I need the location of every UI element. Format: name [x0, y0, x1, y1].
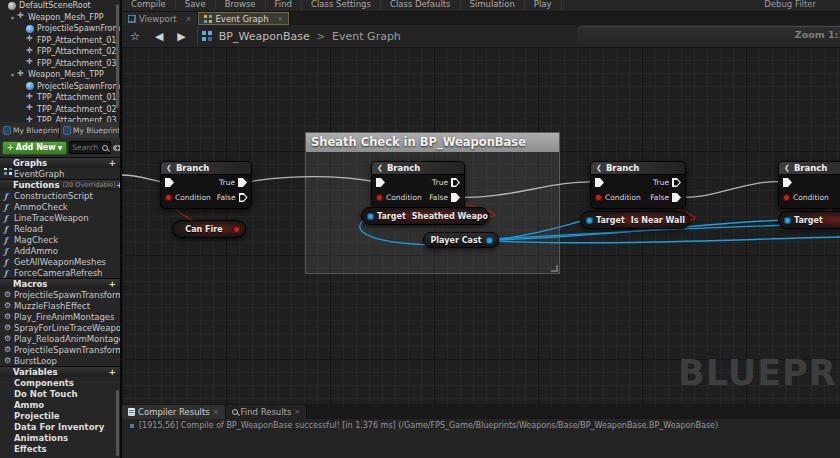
tree-item[interactable]: FPP_Attachment_02: [0, 46, 120, 58]
target-pin[interactable]: [784, 217, 791, 224]
list-item[interactable]: Data For Inventory: [0, 421, 120, 432]
branch-node-1[interactable]: ❮ Branch True Condition False: [160, 161, 252, 209]
list-item[interactable]: Effects: [0, 443, 120, 454]
bool-out-pin[interactable]: [233, 226, 240, 233]
sheathed-weapon-node[interactable]: Target Sheathed Weapon: [361, 207, 489, 225]
list-item[interactable]: MuzzleFlashEffect: [0, 300, 120, 311]
list-item[interactable]: ProjectileSpawnTransform: [0, 289, 120, 300]
target-pin[interactable]: [367, 213, 374, 220]
false-pin[interactable]: [239, 193, 248, 202]
list-item[interactable]: AddAmmo: [0, 245, 120, 256]
list-item[interactable]: LineTraceWeapon: [0, 212, 120, 223]
list-item[interactable]: ConstructionScript: [0, 190, 120, 201]
toolbar-button[interactable]: Play: [525, 0, 562, 10]
exec-in-pin[interactable]: [595, 178, 604, 187]
tree-item[interactable]: ProjectileSpawnFromMuzzleF: [0, 23, 120, 35]
tree-item[interactable]: TPP_Attachment_01: [0, 92, 120, 104]
forward-arrow-icon[interactable]: ▶: [170, 30, 192, 43]
list-item[interactable]: Variables +: [0, 366, 120, 377]
tree-item[interactable]: ProjectileSpawnFromMuzzleT: [0, 81, 120, 93]
add-icon[interactable]: +: [108, 367, 116, 377]
toolbar-button[interactable]: Browse: [216, 0, 266, 10]
branch-node-2[interactable]: ❮ Branch True Condition False: [371, 161, 465, 209]
branch-header[interactable]: ❮ Branch: [779, 162, 840, 175]
breadcrumb-root[interactable]: BP_WeaponBase: [219, 30, 310, 43]
exec-in-pin[interactable]: [376, 178, 385, 187]
condition-pin[interactable]: [165, 194, 172, 201]
list-item[interactable]: AmmoCheck: [0, 201, 120, 212]
toolbar-button[interactable]: Compile: [122, 0, 176, 10]
add-new-button[interactable]: + Add New ▼: [2, 141, 67, 155]
list-item[interactable]: Graphs +: [0, 157, 120, 168]
eye-icon[interactable]: [113, 145, 120, 151]
list-item[interactable]: GetAllWeaponMeshes: [0, 256, 120, 267]
object-out-pin[interactable]: [486, 237, 493, 244]
branch-header[interactable]: ❮ Branch: [591, 162, 685, 175]
favorite-star-icon[interactable]: ☆: [122, 30, 148, 43]
false-pin[interactable]: [672, 193, 681, 202]
is-reloading-node[interactable]: Target Is Relo: [778, 211, 840, 229]
log-row[interactable]: [1915,56] Compile of BP_WeaponBase succe…: [122, 419, 840, 432]
close-icon[interactable]: ×: [186, 15, 192, 23]
list-item[interactable]: SprayForLineTraceWeapon: [0, 322, 120, 333]
tab-my-blueprint-2[interactable]: My Blueprint ×: [60, 122, 120, 138]
is-near-wall-node[interactable]: Target Is Near Wall: [580, 211, 690, 229]
tree-item[interactable]: TPP_Attachment_03: [0, 115, 120, 122]
true-pin[interactable]: [672, 178, 681, 187]
tree-item[interactable]: FPP_Attachment_03: [0, 58, 120, 70]
close-icon[interactable]: ×: [294, 408, 300, 416]
components-scrollbar[interactable]: [116, 4, 119, 108]
target-pin[interactable]: [586, 217, 593, 224]
false-pin[interactable]: [451, 193, 460, 202]
close-icon[interactable]: ×: [278, 15, 284, 23]
my-blueprint-scrollbar[interactable]: [116, 390, 119, 456]
branch-header[interactable]: ❮ Branch: [161, 162, 251, 175]
list-item[interactable]: Projectile: [0, 410, 120, 421]
tree-item[interactable]: DefaultSceneRoot: [0, 0, 120, 12]
list-item[interactable]: Reload: [0, 223, 120, 234]
tree-item[interactable]: FPP_Attachment_01: [0, 35, 120, 47]
list-item[interactable]: Play_ReloadAnimMontages: [0, 333, 120, 344]
branch-node-4[interactable]: ❮ Branch True Condition False: [778, 161, 840, 209]
tab-compiler-results[interactable]: Compiler Results ×: [122, 405, 226, 419]
true-pin[interactable]: [238, 178, 247, 187]
list-item[interactable]: Animations: [0, 432, 120, 443]
list-item[interactable]: MagCheck: [0, 234, 120, 245]
condition-pin[interactable]: [783, 194, 790, 201]
tab-my-blueprint-1[interactable]: My Blueprint ×: [0, 122, 60, 138]
list-item[interactable]: Macros +: [0, 278, 120, 289]
list-item[interactable]: Ammo: [0, 399, 120, 410]
list-item[interactable]: EventGraph: [0, 168, 120, 179]
tab-find-results[interactable]: Find Results ×: [226, 405, 308, 419]
branch-header[interactable]: ❮ Branch: [372, 162, 464, 175]
list-item[interactable]: Functions (20 Overridable) +: [0, 179, 120, 190]
tab-viewport[interactable]: Viewport ×: [122, 12, 198, 25]
tree-item[interactable]: TPP_Attachment_02: [0, 104, 120, 116]
toolbar-button[interactable]: Class Defaults: [381, 0, 461, 10]
true-pin[interactable]: [451, 178, 460, 187]
add-icon[interactable]: +: [108, 158, 116, 168]
tree-item[interactable]: ▾ Weapon_Mesh_FPP: [0, 12, 120, 24]
search-input[interactable]: [72, 143, 102, 152]
condition-pin[interactable]: [376, 194, 383, 201]
exec-in-pin[interactable]: [165, 178, 174, 187]
can-fire-node[interactable]: Can Fire: [172, 220, 246, 238]
player-cast-node[interactable]: Player Cast: [423, 232, 499, 248]
list-item[interactable]: ForceCameraRefresh: [0, 267, 120, 278]
exec-in-pin[interactable]: [783, 178, 792, 187]
close-icon[interactable]: ×: [213, 408, 219, 416]
toolbar-button[interactable]: Find: [266, 0, 302, 10]
event-graph-canvas[interactable]: BLUEPRINT Sheath Check in BP_WeaponBase: [122, 47, 840, 404]
breadcrumb-current[interactable]: Event Graph: [332, 30, 401, 43]
list-item[interactable]: ProjectileSpawnTransform_Gunl: [0, 344, 120, 355]
tree-item[interactable]: ▾ Weapon_Mesh_TPP: [0, 69, 120, 81]
list-item[interactable]: Do Not Touch: [0, 388, 120, 399]
toolbar-button[interactable]: Class Settings: [302, 0, 381, 10]
list-item[interactable]: Play_FireAnimMontages: [0, 311, 120, 322]
branch-node-3[interactable]: ❮ Branch True Condition False: [590, 161, 686, 209]
add-icon[interactable]: +: [108, 279, 116, 289]
toolbar-button[interactable]: Save: [176, 0, 216, 10]
list-item[interactable]: BurstLoop: [0, 355, 120, 366]
debug-filter-label[interactable]: Debug Filter: [764, 0, 840, 10]
back-arrow-icon[interactable]: ◀: [148, 30, 170, 43]
